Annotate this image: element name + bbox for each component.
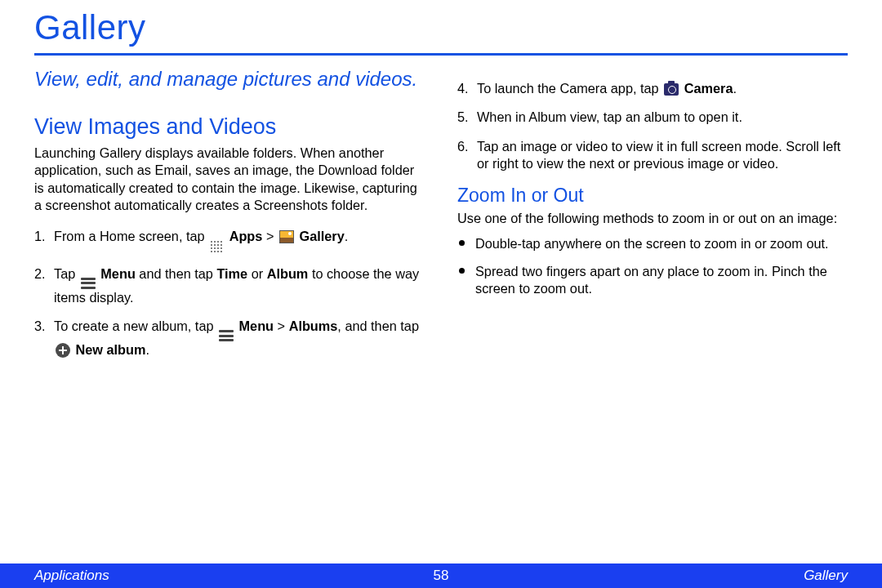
section2-intro: Use one of the following methods to zoom…: [457, 210, 848, 228]
step-1: From a Home screen, tap Apps > Gallery.: [34, 228, 425, 254]
step-3: To create a new album, tap Menu > Albums…: [34, 318, 425, 359]
menu-icon: [81, 278, 96, 289]
section-heading-zoom: Zoom In or Out: [457, 185, 848, 207]
apps-icon: [210, 240, 224, 254]
footer-page-number: 58: [434, 568, 449, 584]
zoom-method-2: Spread two fingers apart on any place to…: [457, 263, 848, 298]
gallery-label: Gallery: [299, 229, 344, 243]
footer-topic-name: Gallery: [804, 568, 848, 584]
section1-intro: Launching Gallery displays available fol…: [34, 145, 425, 215]
two-column-layout: View, edit, and manage pictures and vide…: [34, 67, 848, 371]
camera-icon: [664, 83, 679, 96]
step-4: To launch the Camera app, tap Camera.: [457, 80, 848, 98]
left-column: View, edit, and manage pictures and vide…: [34, 67, 425, 371]
section-heading-view-images: View Images and Videos: [34, 114, 425, 140]
page-footer: Applications 58 Gallery: [0, 564, 882, 588]
page-subtitle: View, edit, and manage pictures and vide…: [34, 67, 425, 91]
apps-label: Apps: [229, 229, 263, 243]
steps-list-right: To launch the Camera app, tap Camera. Wh…: [457, 80, 848, 173]
new-album-icon: [56, 343, 70, 358]
steps-list-left: From a Home screen, tap Apps > Gallery. …: [34, 228, 425, 359]
right-column: To launch the Camera app, tap Camera. Wh…: [457, 67, 848, 371]
step-6: Tap an image or video to view it in full…: [457, 138, 848, 173]
zoom-methods-list: Double-tap anywhere on the screen to zoo…: [457, 235, 848, 298]
title-rule: [34, 53, 848, 56]
gallery-icon: [279, 230, 294, 243]
zoom-method-1: Double-tap anywhere on the screen to zoo…: [457, 235, 848, 253]
page-title: Gallery: [34, 0, 848, 51]
manual-page: Gallery View, edit, and manage pictures …: [0, 0, 882, 588]
step-5: When in Album view, tap an album to open…: [457, 109, 848, 127]
footer-section-name: Applications: [34, 568, 109, 584]
step-2: Tap Menu and then tap Time or Album to c…: [34, 265, 425, 307]
menu-icon: [219, 330, 234, 341]
